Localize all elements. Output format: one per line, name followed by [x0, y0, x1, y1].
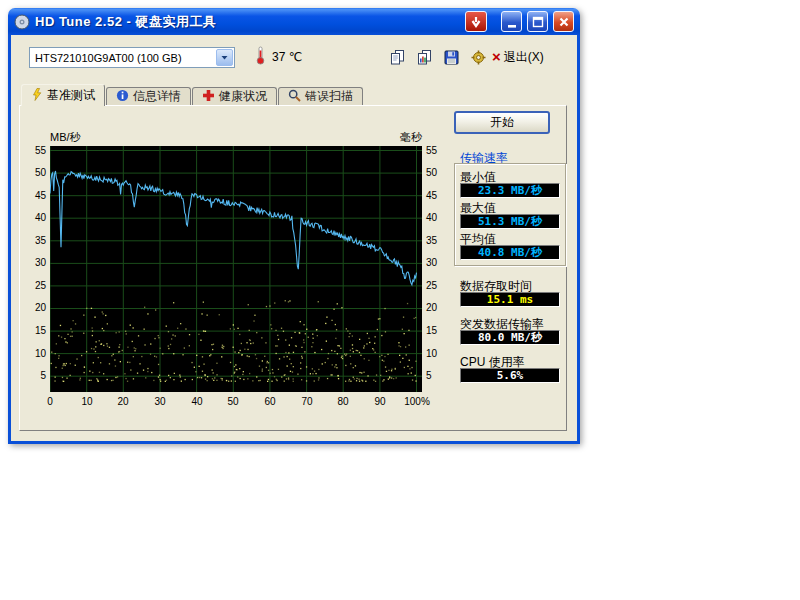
x-axis-tick: 20: [105, 396, 141, 407]
drive-select-value: HTS721010G9AT00 (100 GB): [35, 52, 216, 64]
left-axis-title: MB/秒: [50, 130, 81, 145]
tab-info[interactable]: 信息详情: [106, 87, 191, 105]
y-axis-tick-right: 5: [426, 370, 452, 381]
y-axis-tick-right: 30: [426, 257, 452, 268]
app-icon: [14, 14, 30, 30]
x-axis-tick: 80: [325, 396, 361, 407]
maximize-button[interactable]: [527, 11, 548, 32]
max-value: 51.3 MB/秒: [460, 214, 560, 229]
burst-rate-value: 80.0 MB/秒: [460, 330, 560, 345]
drive-select[interactable]: HTS721010G9AT00 (100 GB): [29, 47, 235, 68]
tab-benchmark[interactable]: 基准测试: [21, 84, 105, 106]
y-axis-tick-right: 20: [426, 302, 452, 313]
x-axis-tick: 0: [32, 396, 68, 407]
window-body: HTS721010G9AT00 (100 GB) 37 ℃ ×: [8, 35, 580, 444]
benchmark-plot: [50, 146, 422, 392]
chevron-down-icon[interactable]: [216, 49, 233, 66]
x-axis-tick: 40: [179, 396, 215, 407]
benchmark-icon: [31, 88, 43, 104]
y-axis-tick-right: 40: [426, 212, 452, 223]
tab-label: 基准测试: [47, 87, 95, 104]
x-axis-tick: 90: [362, 396, 398, 407]
avg-value: 40.8 MB/秒: [460, 245, 560, 260]
update-available-button[interactable]: [465, 11, 487, 32]
temperature-value: 37 ℃: [272, 50, 302, 64]
y-axis-tick-right: 55: [426, 145, 452, 156]
y-axis-tick-left: 25: [20, 280, 46, 291]
y-axis-tick-right: 25: [426, 280, 452, 291]
y-axis-tick-left: 40: [20, 212, 46, 223]
minimize-button[interactable]: [501, 11, 522, 32]
tab-error-scan[interactable]: 错误扫描: [278, 87, 363, 105]
tab-label: 错误扫描: [305, 88, 353, 105]
magnifier-icon: [288, 89, 301, 105]
x-axis-tick: 30: [142, 396, 178, 407]
benchmark-panel: MB/秒 毫秒 开始 传输速率 最小值 23.3 MB/秒 最大值 51.3 M…: [19, 105, 567, 431]
options-button[interactable]: [466, 46, 490, 68]
exit-x-icon: ×: [492, 50, 501, 64]
y-axis-tick-right: 10: [426, 348, 452, 359]
x-axis-tick: 50: [215, 396, 251, 407]
access-time-value: 15.1 ms: [460, 292, 560, 307]
tab-health[interactable]: 健康状况: [192, 87, 277, 105]
y-axis-tick-left: 30: [20, 257, 46, 268]
hdtune-window: HD Tune 2.52 - 硬盘实用工具 HTS721010G9AT00 (1…: [8, 8, 580, 444]
tab-bar: 基准测试 信息详情 健康状况 错误扫描: [21, 84, 363, 106]
y-axis-tick-right: 45: [426, 190, 452, 201]
info-icon: [116, 89, 129, 105]
y-axis-tick-left: 5: [20, 370, 46, 381]
tab-label: 健康状况: [219, 88, 267, 105]
y-axis-tick-right: 15: [426, 325, 452, 336]
x-axis-tick: 60: [252, 396, 288, 407]
tab-label: 信息详情: [133, 88, 181, 105]
titlebar[interactable]: HD Tune 2.52 - 硬盘实用工具: [8, 8, 580, 35]
y-axis-tick-left: 35: [20, 235, 46, 246]
x-axis-tick: 10: [69, 396, 105, 407]
y-axis-tick-left: 55: [20, 145, 46, 156]
x-axis-tick: 100%: [399, 396, 435, 407]
start-button[interactable]: 开始: [454, 111, 550, 134]
x-axis-tick: 70: [289, 396, 325, 407]
y-axis-tick-right: 50: [426, 167, 452, 178]
y-axis-tick-left: 45: [20, 190, 46, 201]
close-button[interactable]: [553, 11, 574, 32]
right-axis-title: 毫秒: [388, 130, 422, 145]
toolbar-icons: [385, 46, 490, 68]
temperature-icon: [255, 46, 266, 69]
y-axis-tick-left: 50: [20, 167, 46, 178]
y-axis-tick-left: 15: [20, 325, 46, 336]
copy-image-button[interactable]: [412, 46, 436, 68]
health-cross-icon: [202, 89, 215, 105]
exit-label: 退出(X): [504, 49, 544, 66]
y-axis-tick-right: 35: [426, 235, 452, 246]
cpu-usage-value: 5.6%: [460, 368, 560, 383]
window-title: HD Tune 2.52 - 硬盘实用工具: [35, 13, 460, 31]
save-screenshot-button[interactable]: [439, 46, 463, 68]
y-axis-tick-left: 10: [20, 348, 46, 359]
y-axis-tick-left: 20: [20, 302, 46, 313]
min-value: 23.3 MB/秒: [460, 183, 560, 198]
copy-text-button[interactable]: [385, 46, 409, 68]
exit-button[interactable]: × 退出(X): [491, 46, 545, 68]
